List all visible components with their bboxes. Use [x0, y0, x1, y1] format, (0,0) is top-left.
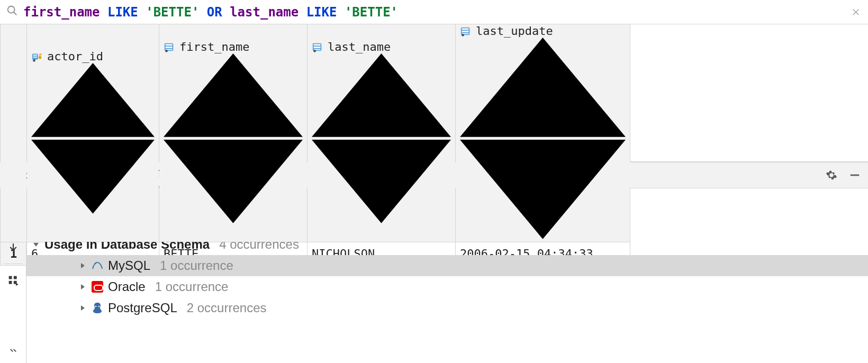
svg-point-49	[98, 306, 100, 307]
column-icon	[164, 41, 175, 53]
column-header-actor_id[interactable]: actor_id	[27, 24, 159, 242]
filter-bar: first_name LIKE 'BETTE' OR last_name LIK…	[0, 0, 868, 24]
svg-marker-46	[81, 284, 85, 289]
svg-rect-35	[8, 276, 12, 279]
sort-arrows-icon[interactable]	[164, 126, 303, 226]
group-icon[interactable]	[6, 274, 20, 287]
column-name: first_name	[179, 40, 249, 53]
tree-db-oracle[interactable]: Oracle1 occurrence	[26, 276, 868, 297]
filter-expression[interactable]: first_name LIKE 'BETTE' OR last_name LIK…	[23, 5, 845, 20]
db-count: 1 occurrence	[160, 258, 233, 273]
gear-icon[interactable]	[825, 168, 838, 182]
svg-marker-19	[164, 140, 303, 223]
chevron-right-icon[interactable]	[78, 305, 87, 311]
svg-point-24	[313, 50, 316, 52]
svg-marker-47	[81, 305, 85, 311]
sort-arrows-icon[interactable]	[312, 126, 451, 226]
column-header-last_name[interactable]: last_name	[308, 24, 456, 242]
column-header-first_name[interactable]: first_name	[159, 24, 308, 242]
svg-rect-14	[166, 44, 173, 46]
svg-rect-28	[462, 28, 469, 30]
more-icon[interactable]	[6, 344, 20, 358]
svg-marker-39	[16, 283, 19, 286]
column-name: actor_id	[47, 50, 103, 63]
oracle-icon	[91, 280, 104, 293]
svg-rect-8	[40, 53, 41, 57]
svg-rect-22	[314, 47, 321, 48]
tree-db-mysql[interactable]: MySQL1 occurrence	[26, 255, 868, 276]
db-name: Oracle	[108, 279, 146, 294]
mysql-icon	[91, 259, 104, 272]
svg-point-48	[95, 306, 97, 307]
svg-point-10	[33, 59, 35, 62]
svg-marker-26	[312, 140, 451, 223]
sort-arrows-icon[interactable]	[460, 126, 626, 242]
svg-rect-21	[314, 44, 321, 46]
result-grid: actor_idfirst_namelast_namelast_update 1…	[0, 24, 868, 162]
toolbar-separator	[4, 264, 23, 264]
svg-marker-12	[31, 140, 155, 214]
tree-db-postgresql[interactable]: PostgreSQL2 occurrences	[26, 297, 868, 319]
svg-marker-25	[312, 53, 451, 137]
svg-rect-9	[40, 53, 42, 55]
column-name: last_update	[476, 24, 553, 38]
sort-arrows-icon[interactable]	[31, 126, 155, 216]
chevron-down-icon[interactable]	[32, 241, 40, 248]
svg-rect-5	[33, 55, 37, 56]
db-name: PostgreSQL	[108, 301, 177, 315]
down-icon[interactable]	[6, 240, 20, 254]
chevron-right-icon[interactable]	[78, 284, 87, 290]
minimize-icon[interactable]	[848, 168, 862, 182]
svg-point-31	[462, 34, 464, 37]
svg-rect-15	[166, 47, 173, 48]
chevron-right-icon[interactable]	[78, 262, 87, 269]
column-icon	[460, 25, 472, 37]
svg-line-1	[14, 12, 17, 15]
svg-marker-18	[164, 53, 303, 137]
key-column-icon	[31, 51, 43, 62]
postgres-icon	[91, 302, 104, 314]
column-header-last_update[interactable]: last_update	[456, 24, 630, 242]
clear-filter-icon[interactable]	[850, 6, 862, 18]
search-icon	[6, 5, 18, 20]
svg-marker-43	[33, 243, 39, 247]
svg-rect-37	[8, 281, 12, 284]
svg-point-17	[165, 50, 168, 52]
svg-marker-32	[460, 38, 626, 137]
db-count: 2 occurrences	[187, 301, 267, 315]
svg-point-0	[8, 6, 15, 13]
svg-rect-36	[13, 276, 16, 279]
db-count: 1 occurrence	[155, 279, 229, 294]
column-icon	[312, 41, 323, 53]
svg-rect-29	[462, 31, 469, 32]
svg-rect-6	[33, 57, 37, 58]
svg-marker-11	[31, 63, 155, 137]
svg-marker-44	[81, 263, 85, 268]
column-name: last_name	[328, 40, 391, 53]
svg-point-45	[95, 263, 96, 265]
svg-marker-33	[460, 140, 626, 239]
db-name: MySQL	[108, 258, 150, 273]
